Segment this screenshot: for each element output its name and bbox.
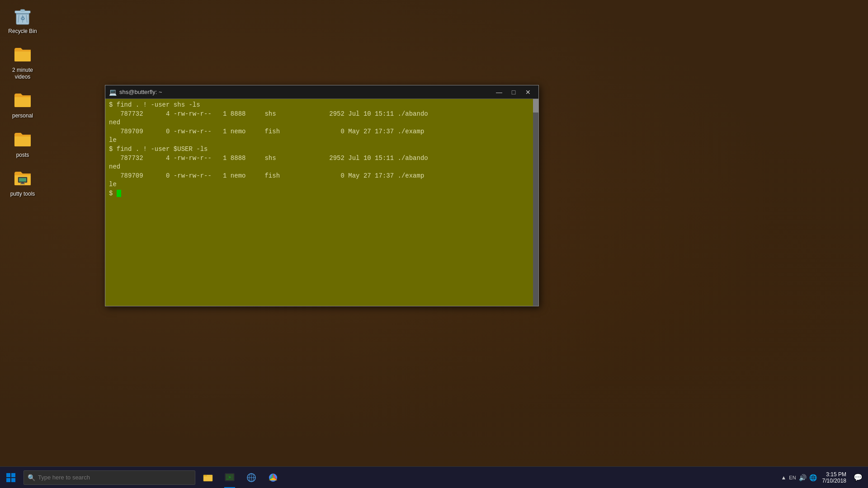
taskbar-putty[interactable]: _> <box>219 467 241 488</box>
terminal-title-text: shs@butterfly: ~ <box>119 89 162 95</box>
svg-rect-11 <box>20 183 25 184</box>
posts-label: posts <box>16 152 29 158</box>
posts-image <box>12 128 33 150</box>
putty-tools-image <box>12 167 33 189</box>
2-minute-videos-icon[interactable]: 2 minute videos <box>5 43 41 80</box>
clock-time: 3:15 PM <box>826 471 846 478</box>
clock-date: 7/10/2018 <box>822 478 846 484</box>
terminal-window: 💻 shs@butterfly: ~ — □ ✕ $ find . ! -use… <box>105 85 539 306</box>
tray-network[interactable]: 🌐 <box>809 474 817 481</box>
system-tray: ▲ EN 🔊 🌐 <box>781 474 816 481</box>
terminal-content[interactable]: $ find . ! -user shs -ls 787732 4 -rw-rw… <box>105 99 533 306</box>
personal-image <box>12 89 33 111</box>
taskbar-file-explorer[interactable] <box>197 467 219 488</box>
start-button[interactable] <box>0 467 22 488</box>
svg-rect-10 <box>21 183 24 183</box>
terminal-controls: — □ ✕ <box>492 87 535 98</box>
2-minute-videos-label: 2 minute videos <box>5 67 41 80</box>
terminal-icon: 💻 <box>109 89 117 96</box>
svg-rect-9 <box>19 178 26 182</box>
desktop: ♻ Recycle Bin 2 minute videos <box>0 0 868 488</box>
terminal-line-1: $ find . ! -user shs -ls 787732 4 -rw-rw… <box>109 101 428 197</box>
svg-text:♻: ♻ <box>20 15 25 22</box>
2-minute-videos-image <box>12 43 33 65</box>
recycle-bin-image: ♻ <box>12 5 33 26</box>
minimize-button[interactable]: — <box>492 87 506 98</box>
svg-rect-15 <box>11 478 15 482</box>
terminal-titlebar: 💻 shs@butterfly: ~ — □ ✕ <box>105 85 538 99</box>
taskbar: 🔍 _> <box>0 466 868 488</box>
taskbar-right: ▲ EN 🔊 🌐 3:15 PM 7/10/2018 💬 <box>781 471 868 484</box>
taskbar-search-icon: 🔍 <box>28 474 35 481</box>
terminal-scrollbar[interactable] <box>533 99 538 306</box>
svg-rect-14 <box>6 478 10 482</box>
terminal-cursor <box>117 190 121 197</box>
taskbar-network[interactable] <box>241 467 262 488</box>
terminal-title: 💻 shs@butterfly: ~ <box>109 89 162 96</box>
terminal-scrollbar-thumb[interactable] <box>533 99 538 113</box>
maximize-button[interactable]: □ <box>507 87 520 98</box>
svg-rect-3 <box>20 9 25 11</box>
putty-tools-icon[interactable]: putty tools <box>5 167 41 197</box>
tray-keyboard: EN <box>789 475 796 480</box>
tray-volume[interactable]: 🔊 <box>799 474 807 481</box>
taskbar-chrome[interactable] <box>262 467 284 488</box>
svg-text:_>: _> <box>226 475 231 479</box>
recycle-bin-icon[interactable]: ♻ Recycle Bin <box>5 5 41 34</box>
terminal-body[interactable]: $ find . ! -user shs -ls 787732 4 -rw-rw… <box>105 99 538 306</box>
desktop-icons-container: ♻ Recycle Bin 2 minute videos <box>5 5 41 197</box>
taskbar-search-bar[interactable]: 🔍 <box>24 470 195 485</box>
taskbar-clock[interactable]: 3:15 PM 7/10/2018 <box>819 471 850 484</box>
recycle-bin-label: Recycle Bin <box>8 28 37 34</box>
posts-icon[interactable]: posts <box>5 128 41 158</box>
taskbar-search-input[interactable] <box>38 474 191 481</box>
personal-icon[interactable]: personal <box>5 89 41 119</box>
svg-rect-12 <box>6 473 10 477</box>
personal-label: personal <box>12 113 33 119</box>
svg-rect-13 <box>11 473 15 477</box>
close-button[interactable]: ✕ <box>521 87 535 98</box>
svg-rect-17 <box>203 475 207 476</box>
notification-button[interactable]: 💬 <box>852 473 864 482</box>
taskbar-apps: _> <box>197 467 284 488</box>
tray-arrow[interactable]: ▲ <box>781 474 786 481</box>
putty-tools-label: putty tools <box>10 191 35 197</box>
